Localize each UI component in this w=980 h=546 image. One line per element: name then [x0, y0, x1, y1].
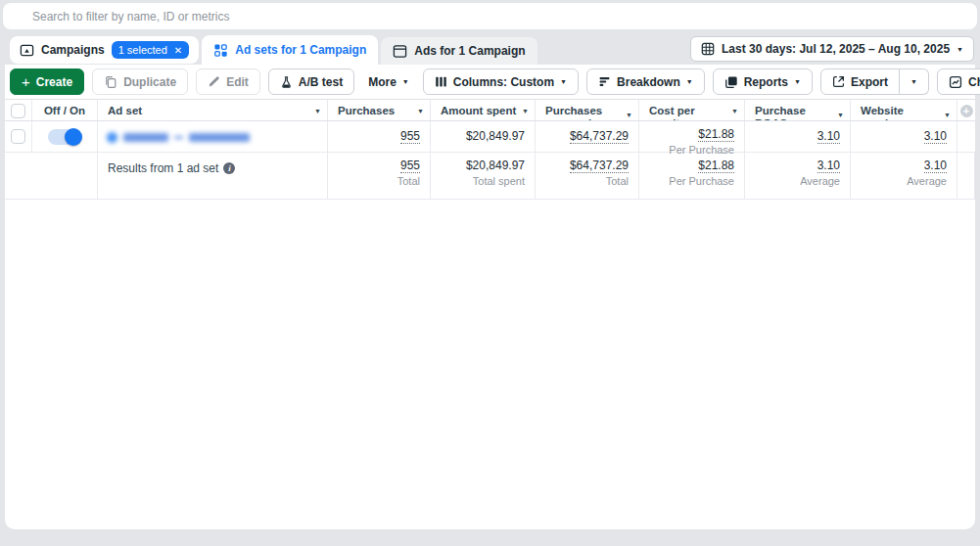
sort-caret-icon[interactable]: ▼ — [522, 108, 529, 114]
sort-caret-icon[interactable]: ▼ — [626, 112, 632, 118]
row-website-roas-value[interactable]: 3.10 — [924, 129, 947, 144]
export-button[interactable]: Export — [820, 68, 900, 95]
date-range-button[interactable]: Last 30 days: Jul 12, 2025 – Aug 10, 202… — [690, 36, 974, 62]
summary-cost-per-result-value[interactable]: $21.88 — [698, 159, 734, 173]
sort-caret-icon[interactable]: ▼ — [837, 112, 844, 118]
chevron-down-icon: ▼ — [794, 78, 801, 85]
content-card: + Create Duplicate Edit A/B test More — [5, 65, 975, 529]
summary-purchases-value-cell: $64,737.29 Total — [536, 153, 639, 199]
edit-button[interactable]: Edit — [196, 68, 260, 95]
row-purchases-value-cell: $64,737.29 — [536, 121, 639, 152]
adsets-grid-icon — [213, 43, 228, 58]
campaigns-selected-count: 1 selected — [118, 44, 167, 56]
adset-name-redacted — [98, 121, 327, 143]
sort-caret-icon[interactable]: ▼ — [731, 108, 738, 114]
create-button[interactable]: + Create — [10, 68, 84, 95]
action-toolbar: + Create Duplicate Edit A/B test More — [5, 65, 975, 99]
header-purchases-value-sublabel: conversion value — [545, 117, 621, 120]
tab-adsets[interactable]: Ad sets for 1 Campaign — [202, 35, 378, 65]
row-purchases-cell: 955 — [328, 121, 431, 152]
clear-selection-icon[interactable]: ✕ — [174, 45, 182, 56]
info-icon[interactable]: i — [223, 162, 235, 174]
campaigns-selected-badge[interactable]: 1 selected ✕ — [112, 41, 190, 59]
row-adset-name-cell[interactable] — [98, 121, 328, 152]
summary-website-roas-sublabel: Average — [851, 175, 947, 187]
summary-purchases-conversion-value[interactable]: $64,737.29 — [570, 159, 629, 173]
row-checkbox[interactable] — [11, 129, 25, 144]
summary-website-roas-cell: 3.10 Average — [851, 153, 957, 199]
header-cost-per-result[interactable]: Cost per result ▼ — [639, 100, 745, 120]
chevron-down-icon: ▼ — [686, 78, 693, 85]
summary-cost-per-result-cell: $21.88 Per Purchase — [639, 153, 745, 199]
date-range-label: Last 30 days: Jul 12, 2025 – Aug 10, 202… — [722, 42, 950, 56]
sort-caret-icon[interactable]: ▼ — [314, 108, 321, 114]
more-button[interactable]: More ▼ — [362, 68, 415, 95]
summary-cost-per-result-sublabel: Per Purchase — [639, 175, 734, 187]
plus-icon: + — [22, 74, 30, 89]
row-website-roas-cell: 3.10 — [851, 121, 957, 152]
tab-campaigns-label: Campaigns — [41, 43, 105, 57]
tab-bar: Campaigns 1 selected ✕ Ad sets for 1 Cam… — [10, 35, 537, 65]
summary-purchases-value[interactable]: 955 — [400, 159, 420, 173]
header-onoff: Off / On — [32, 100, 98, 120]
header-purchases-value[interactable]: Purchases conversion value ▼ — [536, 100, 639, 120]
tab-ads-label: Ads for 1 Campaign — [414, 44, 525, 58]
select-all-checkbox[interactable] — [11, 104, 25, 118]
header-settings-cell: + — [957, 100, 975, 120]
header-purchases[interactable]: Purchases ▼ — [328, 100, 431, 120]
search-input[interactable] — [3, 3, 977, 29]
header-purchases-value-label: Purchases — [545, 105, 621, 117]
table-row: 955 $20,849.97 $64,737.29 $21.88 Per Pur… — [5, 121, 975, 153]
header-checkbox-cell — [5, 100, 32, 120]
summary-label-cell: Results from 1 ad set i — [98, 153, 328, 199]
column-settings-icon[interactable]: + — [960, 105, 973, 117]
columns-button[interactable]: Columns: Custom ▼ — [423, 68, 579, 95]
duplicate-button[interactable]: Duplicate — [92, 68, 188, 95]
summary-purchase-roas-cell: 3.10 Average — [745, 153, 851, 199]
ab-test-button[interactable]: A/B test — [268, 68, 354, 95]
header-website-roas-label: Website purchase — [861, 105, 939, 120]
header-onoff-label: Off / On — [32, 100, 97, 117]
header-website-roas[interactable]: Website purchase ROAS (return on ad spen… — [851, 100, 957, 120]
duplicate-button-label: Duplicate — [123, 75, 176, 89]
row-amount-spent-value: $20,849.97 — [466, 129, 525, 143]
reports-button-label: Reports — [744, 75, 788, 89]
export-dropdown-button[interactable]: ▼ — [900, 68, 929, 95]
reports-button[interactable]: Reports ▼ — [713, 68, 813, 95]
sort-caret-icon[interactable]: ▼ — [944, 112, 951, 118]
create-button-label: Create — [36, 75, 72, 89]
row-amount-spent-cell: $20,849.97 — [431, 121, 536, 152]
breakdown-button[interactable]: Breakdown ▼ — [586, 68, 705, 95]
chevron-down-icon: ▼ — [402, 78, 409, 85]
charts-button[interactable]: Charts — [937, 68, 980, 95]
header-amount-spent[interactable]: Amount spent ▼ — [431, 100, 536, 120]
row-onoff-cell — [32, 121, 98, 152]
columns-button-label: Columns: Custom — [453, 75, 554, 89]
edit-button-label: Edit — [226, 75, 249, 89]
chevron-down-icon: ▼ — [957, 46, 963, 53]
ab-test-button-label: A/B test — [299, 75, 343, 89]
header-amount-spent-label: Amount spent — [431, 100, 535, 117]
row-purchases-value[interactable]: 955 — [400, 129, 420, 144]
flask-icon — [280, 75, 293, 89]
row-checkbox-cell — [5, 121, 32, 152]
reports-icon — [724, 75, 738, 89]
breakdown-button-label: Breakdown — [617, 75, 680, 89]
row-purchase-roas-value[interactable]: 3.10 — [817, 129, 840, 144]
tab-campaigns[interactable]: Campaigns 1 selected ✕ — [10, 36, 199, 64]
row-cost-per-result-cell: $21.88 Per Purchase — [639, 121, 745, 152]
chevron-down-icon: ▼ — [560, 78, 567, 85]
campaigns-folder-icon — [20, 43, 34, 58]
summary-purchase-roas-value[interactable]: 3.10 — [817, 159, 840, 173]
sort-caret-icon[interactable]: ▼ — [417, 108, 424, 114]
adset-toggle-on[interactable] — [48, 129, 81, 145]
summary-amount-spent-value: $20,849.97 — [466, 159, 525, 172]
summary-website-roas-value[interactable]: 3.10 — [924, 159, 947, 173]
header-purchase-roas[interactable]: Purchase ROAS (return on ad spend) ▼ — [745, 100, 851, 120]
row-purchases-conversion-value[interactable]: $64,737.29 — [570, 129, 629, 144]
calendar-icon — [701, 42, 715, 56]
header-adset[interactable]: Ad set ▼ — [98, 100, 328, 120]
chevron-down-icon: ▼ — [910, 78, 917, 85]
row-cost-per-result-value[interactable]: $21.88 — [698, 127, 734, 142]
tab-ads[interactable]: Ads for 1 Campaign — [381, 37, 537, 65]
